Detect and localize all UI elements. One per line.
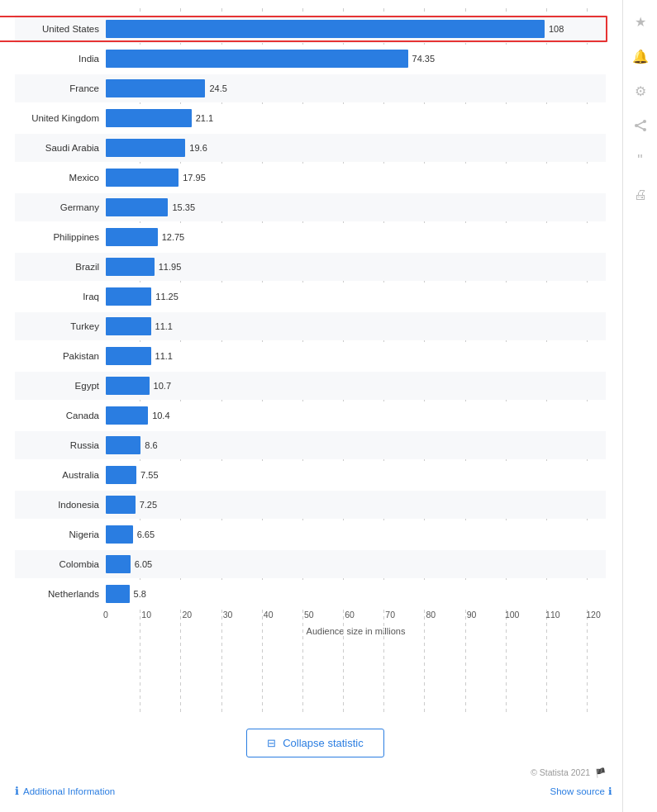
bar-row: Australia7.55 [15, 461, 606, 489]
bar-value: 24.5 [209, 83, 226, 93]
footer-right: Show source ℹ [550, 786, 612, 797]
bar-row: Netherlands5.8 [15, 580, 606, 608]
bar-row: India74.35 [15, 45, 606, 73]
bar-value: 11.1 [155, 351, 173, 361]
country-label: Saudi Arabia [15, 143, 106, 153]
additional-info-link[interactable]: Additional Information [23, 786, 115, 796]
footer: ℹ Additional Information Show source ℹ [8, 778, 622, 804]
bar [106, 525, 133, 544]
bar-row: Saudi Arabia19.6 [15, 134, 606, 162]
star-icon[interactable]: ★ [629, 10, 652, 33]
print-icon[interactable]: 🖨 [629, 183, 652, 207]
x-axis-tick: 120 [586, 610, 601, 620]
bar [106, 139, 185, 157]
bar-value: 8.6 [145, 440, 157, 450]
bar [106, 466, 136, 484]
x-axis: 0102030405060708090100110120 Audience si… [106, 610, 606, 639]
bar-row: Philippines12.75 [15, 223, 606, 251]
bar [106, 109, 192, 127]
bar-value: 12.75 [162, 232, 185, 242]
country-label: Egypt [15, 381, 106, 391]
bar-row: United Kingdom21.1 [15, 104, 606, 132]
bar [106, 496, 136, 514]
x-axis-label: Audience size in millions [106, 626, 606, 636]
share-icon[interactable] [629, 114, 652, 137]
bar-row: United States108 [15, 15, 606, 43]
bar-value: 108 [549, 24, 564, 34]
x-axis-tick: 40 [264, 610, 274, 620]
sidebar: ★ 🔔 ⚙ " 🖨 [622, 0, 657, 812]
bar-value: 7.25 [140, 500, 157, 510]
country-label: Germany [15, 202, 106, 212]
bar [106, 585, 130, 603]
bar [106, 347, 151, 365]
statista-credit: © Statista 2021 🏴 [531, 767, 619, 778]
x-axis-tick: 50 [304, 610, 314, 620]
bar-value: 6.05 [135, 559, 152, 569]
bar-value: 11.25 [155, 292, 179, 302]
bar [106, 406, 148, 425]
bar-row: Colombia6.05 [15, 550, 606, 578]
country-label: Pakistan [15, 351, 106, 361]
bar [106, 287, 151, 306]
collapse-button[interactable]: ⊟ Collapse statistic [246, 729, 384, 757]
bar-row: France24.5 [15, 74, 606, 102]
country-label: Iraq [15, 292, 106, 302]
collapse-icon: ⊟ [267, 737, 276, 749]
show-source-link[interactable]: Show source [550, 786, 605, 796]
country-label: Mexico [15, 173, 106, 183]
bar [106, 79, 205, 97]
quote-icon[interactable]: " [629, 149, 652, 172]
country-label: Netherlands [15, 589, 106, 599]
country-label: Australia [15, 470, 106, 480]
x-axis-tick: 80 [426, 610, 436, 620]
bar-value: 5.8 [134, 589, 146, 599]
bar-value: 10.7 [154, 381, 171, 391]
bar-value: 21.1 [196, 113, 213, 123]
bar-row: Egypt10.7 [15, 372, 606, 400]
bar [106, 50, 408, 68]
x-axis-tick: 70 [385, 610, 395, 620]
bar [106, 169, 179, 187]
x-axis-tick: 90 [467, 610, 477, 620]
country-label: France [15, 83, 106, 93]
gear-icon[interactable]: ⚙ [629, 79, 652, 102]
country-label: Russia [15, 440, 106, 450]
bar-row: Pakistan11.1 [15, 342, 606, 370]
bar-row: Russia8.6 [15, 431, 606, 459]
source-info-icon: ℹ [608, 786, 612, 797]
bar [106, 436, 140, 454]
bar-row: Turkey11.1 [15, 312, 606, 340]
bar-row: Mexico17.95 [15, 164, 606, 192]
bar [106, 377, 150, 395]
bar [106, 258, 155, 276]
country-label: India [15, 54, 106, 64]
bar-value: 7.55 [140, 470, 158, 480]
country-label: Philippines [15, 232, 106, 242]
bar-row: Indonesia7.25 [15, 491, 606, 519]
bell-icon[interactable]: 🔔 [629, 45, 652, 68]
bar-value: 6.65 [137, 529, 155, 539]
bar [106, 20, 545, 38]
info-icon: ℹ [15, 785, 19, 797]
country-label: United States [15, 24, 106, 34]
svg-line-4 [636, 126, 645, 130]
x-axis-tick: 10 [141, 610, 151, 620]
bar-row: Brazil11.95 [15, 253, 606, 281]
country-label: Canada [15, 411, 106, 420]
footer-left: ℹ Additional Information [15, 785, 115, 797]
x-axis-tick: 0 [103, 610, 108, 620]
bar-value: 11.1 [155, 321, 173, 331]
bar [106, 198, 168, 216]
country-label: Indonesia [15, 500, 106, 510]
x-axis-tick: 110 [545, 610, 560, 620]
country-label: Brazil [15, 262, 106, 272]
bar-value: 10.4 [152, 411, 169, 420]
statista-credit-area: © Statista 2021 🏴 [8, 767, 622, 778]
collapse-btn-area: ⊟ Collapse statistic [8, 714, 622, 767]
country-label: Turkey [15, 321, 106, 331]
bar-value: 17.95 [183, 173, 206, 183]
bar-value: 19.6 [189, 143, 207, 153]
bar-value: 15.35 [172, 202, 195, 212]
x-axis-tick: 100 [505, 610, 520, 620]
